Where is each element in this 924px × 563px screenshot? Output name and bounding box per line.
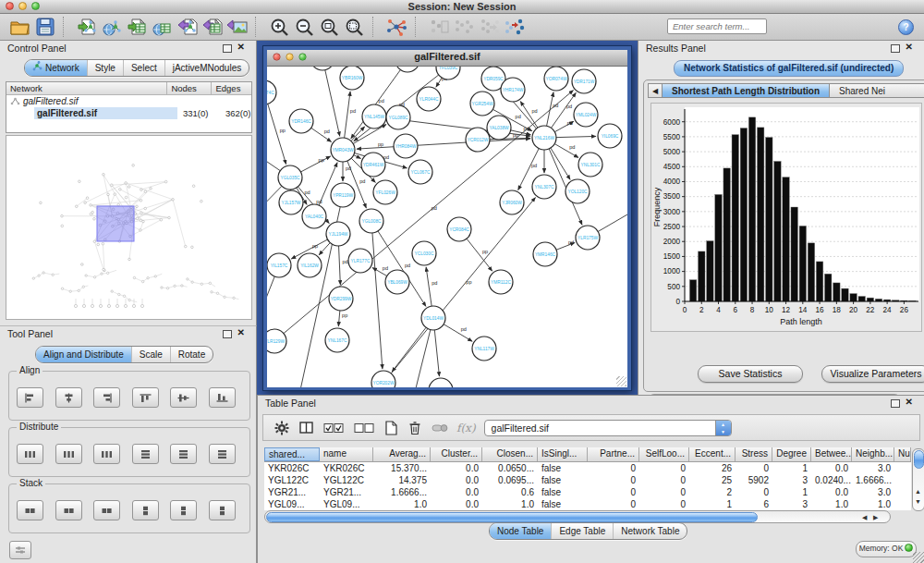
node-settings-button[interactable] bbox=[9, 541, 31, 559]
visualize-parameters-button[interactable]: Visualize Parameters bbox=[821, 365, 924, 383]
zoom-fit-icon[interactable] bbox=[342, 15, 367, 39]
delete-columns-icon[interactable] bbox=[408, 421, 421, 435]
graph-node[interactable] bbox=[310, 67, 334, 70]
graph-node[interactable]: YCL067C bbox=[408, 160, 432, 184]
graph-node[interactable]: YNL307C bbox=[532, 175, 556, 199]
table-row[interactable]: YGL122CYGL122C14.3750.00.0695...false002… bbox=[264, 474, 911, 486]
distribute-bottom-button[interactable] bbox=[209, 444, 236, 464]
graph-node[interactable]: YMR112C bbox=[489, 270, 513, 294]
table-network-selector[interactable]: galFiltered.sif ▲▼ bbox=[484, 420, 732, 436]
graph-node[interactable]: YAL038W bbox=[487, 116, 511, 140]
close-panel-icon[interactable]: ✕ bbox=[237, 327, 245, 337]
column-header-selfloo[interactable]: SelfLoo... bbox=[639, 447, 689, 461]
frame-titlebar[interactable]: galFiltered.sif bbox=[267, 50, 627, 67]
select-all-columns-icon[interactable] bbox=[323, 422, 344, 434]
tool-panel-tab-rotate[interactable]: Rotate bbox=[170, 347, 213, 362]
distribute-left-button[interactable] bbox=[17, 444, 43, 464]
graph-node[interactable]: YFL026W bbox=[373, 180, 397, 204]
float-panel-icon[interactable] bbox=[223, 44, 232, 53]
table-settings-icon[interactable] bbox=[274, 421, 289, 435]
align-right-button[interactable] bbox=[93, 387, 120, 408]
import-table-db-icon[interactable] bbox=[150, 15, 175, 39]
tool-panel-tab-scale[interactable]: Scale bbox=[131, 347, 170, 362]
align-top-button[interactable] bbox=[132, 387, 159, 408]
new-network-icon[interactable] bbox=[175, 15, 200, 39]
export-image-icon[interactable] bbox=[225, 15, 249, 39]
align-left-button[interactable] bbox=[17, 387, 43, 408]
graph-node[interactable]: YPR119W bbox=[331, 183, 355, 207]
distribute-center-v-button[interactable] bbox=[170, 444, 197, 464]
col-edges[interactable]: Edges bbox=[212, 82, 251, 94]
graph-node[interactable]: YBR160W bbox=[340, 67, 364, 90]
save-statistics-button[interactable]: Save Statistics bbox=[698, 365, 803, 383]
zoom-in-icon[interactable] bbox=[267, 15, 292, 39]
import-network-file-icon[interactable] bbox=[75, 15, 100, 39]
graph-node[interactable]: YLR129W bbox=[267, 329, 286, 353]
stack-center-v-button[interactable] bbox=[170, 500, 197, 520]
stack-right-button[interactable] bbox=[209, 500, 236, 520]
network-view-frame[interactable]: galFiltered.sif pdpdpppdpdpppdpdpdpppdpd… bbox=[263, 46, 631, 390]
graph-node[interactable]: YNL301C bbox=[578, 153, 602, 177]
scroll-right-icon[interactable]: ▶ bbox=[873, 513, 878, 522]
table-row[interactable]: YKR026CYKR026C15.370...0.00.0650...false… bbox=[264, 462, 911, 474]
zoom-out-icon[interactable] bbox=[292, 15, 317, 39]
search-input[interactable] bbox=[667, 18, 767, 34]
graph-node[interactable]: YHR174W bbox=[501, 78, 525, 102]
column-header-betwee[interactable]: Betwee... bbox=[811, 447, 852, 461]
graph-node[interactable]: YFL039C bbox=[436, 67, 460, 80]
network-graph[interactable]: pdpdpppdpdpppdpdpdpppdpdpppdpdpdpdpdpdpd… bbox=[267, 67, 627, 387]
window-resize-grip[interactable] bbox=[913, 552, 924, 563]
network-overview-thumbnail[interactable] bbox=[6, 135, 252, 320]
graph-node[interactable]: YNL167C bbox=[325, 328, 349, 352]
stack-left-button[interactable] bbox=[132, 500, 159, 520]
graph-node[interactable]: YIL162W bbox=[298, 253, 322, 277]
graph-node[interactable]: YOL120C bbox=[565, 179, 590, 203]
col-nodes[interactable]: Nodes bbox=[167, 82, 212, 94]
close-panel-icon[interactable]: ✕ bbox=[906, 397, 913, 407]
close-panel-icon[interactable]: ✕ bbox=[906, 42, 913, 52]
graph-node[interactable]: YCR084C bbox=[447, 217, 471, 241]
column-header-name[interactable]: name bbox=[320, 447, 373, 461]
stack-top-button[interactable] bbox=[17, 500, 43, 520]
split-view-icon[interactable] bbox=[299, 422, 313, 434]
graph-node[interactable]: YCR012W bbox=[466, 128, 490, 152]
graph-node[interactable]: YCL030C bbox=[412, 241, 436, 265]
align-center-h-button[interactable] bbox=[55, 387, 82, 408]
table-tab-network-table[interactable]: Network Table bbox=[613, 523, 687, 539]
table-tab-node-table[interactable]: Node Table bbox=[490, 523, 551, 539]
zoom-selected-icon[interactable] bbox=[317, 15, 342, 39]
graph-node[interactable]: YGL089C bbox=[386, 105, 410, 129]
control-panel-tab-style[interactable]: Style bbox=[87, 60, 123, 76]
column-header-stress[interactable]: Stress bbox=[736, 447, 772, 461]
column-header-degree[interactable]: Degree bbox=[772, 447, 811, 461]
close-panel-icon[interactable]: ✕ bbox=[237, 42, 245, 52]
graph-node[interactable]: YIL157C bbox=[267, 253, 291, 277]
stack-bottom-button[interactable] bbox=[93, 500, 120, 520]
table-row[interactable]: YGR21...YGR21...1.6666...0.00.6false0020… bbox=[264, 486, 911, 498]
graph-node[interactable]: YNL145W bbox=[362, 104, 386, 129]
column-header-shared[interactable]: shared... bbox=[264, 447, 320, 461]
function-builder-icon[interactable]: f(x) bbox=[456, 422, 476, 434]
graph-node[interactable]: YBR274C bbox=[267, 80, 276, 104]
graph-node[interactable]: YJR060W bbox=[500, 190, 524, 214]
graph-node[interactable]: YNL117W bbox=[472, 337, 496, 361]
graph-node[interactable] bbox=[429, 378, 453, 387]
float-panel-icon[interactable] bbox=[891, 44, 900, 53]
graph-node[interactable]: YGL035C bbox=[278, 165, 302, 190]
float-panel-icon[interactable] bbox=[891, 399, 900, 408]
table-row[interactable]: YGL09...YGL09...1.00.01.0false001631.01.… bbox=[264, 498, 911, 510]
save-session-icon[interactable] bbox=[32, 15, 57, 39]
distribute-right-button[interactable] bbox=[93, 444, 120, 464]
graph-node[interactable]: YMR043W bbox=[331, 138, 355, 162]
graph-node[interactable]: YJL157W bbox=[279, 190, 303, 214]
graph-node[interactable]: YLR175W bbox=[576, 226, 600, 250]
graph-node[interactable]: YGR254W bbox=[470, 92, 494, 116]
col-network[interactable]: Network bbox=[6, 82, 167, 94]
graph-node[interactable]: YOR074W bbox=[544, 67, 568, 91]
graph-node[interactable]: YBL069W bbox=[385, 270, 409, 294]
network-row[interactable]: galFiltered.sif 331(0) 362(0) bbox=[6, 107, 251, 119]
graph-node[interactable]: YIL069C bbox=[598, 124, 622, 148]
scroll-down-icon[interactable]: ▼ bbox=[915, 497, 921, 507]
graph-node[interactable]: YJL194W bbox=[326, 222, 350, 246]
column-header-neighb[interactable]: Neighb... bbox=[852, 447, 894, 461]
